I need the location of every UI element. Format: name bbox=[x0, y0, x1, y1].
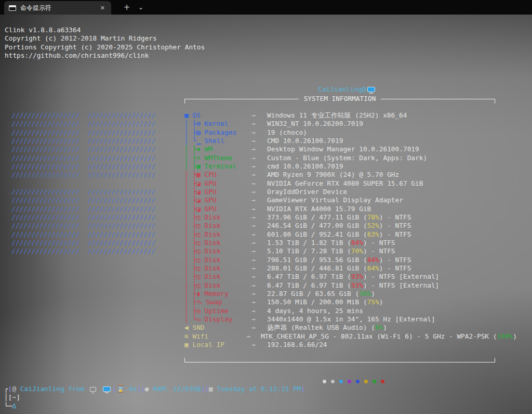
prompt-line-3: └─Δ bbox=[4, 402, 305, 410]
tree-prefix: │ ├ bbox=[184, 196, 196, 204]
disk-icon: ◫ bbox=[196, 281, 201, 289]
text-segment: 150.50 MiB / 200.00 MiB ( bbox=[267, 298, 367, 306]
arrow-icon: → bbox=[251, 196, 267, 204]
text-segment: ) bbox=[383, 324, 387, 331]
close-icon[interactable]: ✕ bbox=[99, 4, 107, 12]
label-text: Disk bbox=[201, 239, 221, 247]
sysinfo-label: │ ├∿ Swap bbox=[184, 298, 251, 306]
ascii-art-line: ///////////////// ///////////////// bbox=[11, 247, 155, 255]
sysinfo-row: │ ├◪ GPU→GameViewer Virtual Display Adap… bbox=[184, 196, 517, 204]
arrow-icon: → bbox=[251, 145, 267, 153]
ascii-art-line: ///////////////// ///////////////// bbox=[11, 120, 155, 128]
sysinfo-value: 扬声器 (Realtek USB Audio) (6%) bbox=[267, 324, 517, 332]
arrow-icon: → bbox=[251, 128, 267, 137]
shell-prompt[interactable]: ┌[@ CaiJianling from [⌛ 0s][● RAM: 22/63… bbox=[4, 385, 305, 410]
text-segment: 84% bbox=[367, 256, 379, 264]
sysinfo-label: ≋ Wifi bbox=[184, 332, 246, 341]
label-text: GPU bbox=[201, 205, 217, 213]
sysinfo-label: ▣ Local IP bbox=[184, 341, 251, 349]
sysinfo-label: │ ├◷ Uptime bbox=[184, 307, 251, 315]
clink-url[interactable]: https://github.com/chrisant996/clink bbox=[5, 51, 205, 60]
tree-prefix: │ ├ bbox=[184, 281, 196, 289]
text-segment: CMD 10.0.26100.7019 bbox=[267, 137, 343, 145]
text-segment: ⌛ bbox=[116, 385, 129, 393]
label-text: Memory bbox=[201, 290, 229, 297]
sysinfo-label: │ ├◫ Disk bbox=[184, 281, 251, 290]
label-text: SND bbox=[189, 324, 205, 331]
ascii-art-line: ///////////////// ///////////////// bbox=[11, 111, 155, 120]
terminal-tab[interactable]: 命令提示符 ✕ bbox=[4, 1, 111, 15]
sysinfo-label: │ ├◫ Disk bbox=[184, 230, 251, 239]
clink-copyright: Copyright (c) 2012-2018 Martin Ridgers bbox=[5, 34, 205, 43]
text-segment: Tuesday at 6:12:15 PM bbox=[217, 385, 301, 393]
sysinfo-label: │ ├▦ CPU bbox=[184, 171, 251, 179]
text-segment: 93% bbox=[351, 281, 363, 289]
uptime-icon: ◷ bbox=[196, 307, 201, 315]
terminal-screen[interactable]: Clink v1.8.8.a63364 Copyright (c) 2012-2… bbox=[0, 15, 532, 414]
sysinfo-value: 601.80 GiB / 952.41 GiB (63%) - NTFS bbox=[267, 230, 517, 239]
text-segment: ) bbox=[371, 290, 375, 297]
ascii-art-line: ///////////////// ///////////////// bbox=[11, 154, 155, 162]
label-text: GPU bbox=[201, 196, 217, 204]
os-icon: ■ bbox=[184, 111, 189, 119]
label-text: CPU bbox=[201, 171, 217, 178]
ascii-art-line: ///////////////// ///////////////// bbox=[11, 230, 155, 239]
tree-prefix: │ ├ bbox=[184, 239, 196, 247]
text-segment: └─ bbox=[4, 402, 12, 410]
sysinfo-value: AMD Ryzen 9 7900X (24) @ 5.70 GHz bbox=[267, 171, 517, 179]
sysinfo-value: 3440x1440 @ 1.5x in 34", 165 Hz [Externa… bbox=[267, 315, 517, 324]
terminal-icon: ▣ bbox=[196, 162, 201, 170]
sysinfo-value: 6.47 TiB / 6.97 TiB (93%) - NTFS [Extern… bbox=[267, 281, 517, 290]
sysinfo-label: │ ├◪ GPU bbox=[184, 179, 251, 188]
arrow-icon: → bbox=[251, 171, 267, 179]
sysinfo-row: ▣ Local IP→192.168.6.66/24 bbox=[184, 341, 517, 349]
text-segment: 6.47 TiB / 6.97 TiB ( bbox=[267, 273, 351, 280]
cpu-icon: ▦ bbox=[196, 171, 201, 178]
text-segment: 78% bbox=[367, 213, 379, 221]
sysinfo-value: 1.53 TiB / 1.82 TiB (84%) - NTFS bbox=[267, 239, 517, 247]
sysinfo-row: │ ├◫ Disk→288.01 GiB / 446.81 GiB (64%) … bbox=[184, 264, 517, 273]
sysinfo-value: WIN32_NT 10.0.26200.7019 bbox=[267, 120, 517, 128]
tree-prefix: │ ├ bbox=[184, 162, 196, 170]
text-segment: ] bbox=[16, 393, 20, 401]
sysinfo-value: MTK_CHEETAH_AP_5G - 802.11ax (Wi-Fi 6) -… bbox=[261, 332, 517, 341]
tree-prefix: │ ├ bbox=[184, 154, 196, 162]
sysinfo-value: 288.01 GiB / 446.81 GiB (64%) - NTFS bbox=[267, 264, 517, 273]
arrow-icon: → bbox=[251, 230, 267, 239]
chevron-down-icon[interactable]: ⌄ bbox=[135, 2, 147, 14]
text-segment: 63% bbox=[367, 230, 379, 238]
text-segment: WIN32_NT 10.0.26200.7019 bbox=[267, 120, 363, 127]
sysinfo-box-title: SYSTEM INFORMATION bbox=[299, 95, 381, 103]
new-tab-button[interactable]: + bbox=[121, 2, 133, 14]
sysinfo-value: Windows 11 专业工作站版 (25H2) x86_64 bbox=[267, 111, 517, 120]
text-segment: 6% bbox=[375, 324, 383, 331]
ascii-art-line: ///////////////// ///////////////// bbox=[11, 171, 155, 179]
sysinfo-label: │ ├◪ GPU bbox=[184, 205, 251, 213]
title-bar: 命令提示符 ✕ + ⌄ bbox=[0, 0, 532, 15]
monitor-icon bbox=[90, 387, 96, 392]
arrow-icon: → bbox=[251, 341, 267, 349]
text-segment: 75% bbox=[367, 298, 379, 306]
text-segment: 70% bbox=[351, 247, 363, 255]
shell-icon: ▁ bbox=[196, 137, 201, 145]
sysinfo-row: │ ├◫ Disk→246.54 GiB / 477.00 GiB (52%) … bbox=[184, 222, 517, 230]
arrow-icon: → bbox=[251, 324, 267, 332]
ascii-art-line: ///////////////// ///////////////// bbox=[11, 205, 155, 213]
sysinfo-value: GameViewer Virtual Display Adapter bbox=[267, 196, 517, 204]
sysinfo-row: │ ├⚙ Kernel→WIN32_NT 10.0.26200.7019 bbox=[184, 120, 517, 128]
text-segment: Δ bbox=[12, 402, 16, 410]
label-text: Disk bbox=[201, 247, 221, 255]
sysinfo-label: │ ├◫ Disk bbox=[184, 273, 251, 281]
sysinfo-value: 796.51 GiB / 953.56 GiB (84%) - NTFS bbox=[267, 256, 517, 264]
gpu-icon: ◪ bbox=[196, 205, 201, 213]
ascii-art-line: ///////////////// ///////////////// bbox=[11, 239, 155, 247]
text-segment: 0s bbox=[129, 385, 137, 393]
disk-icon: ◫ bbox=[196, 247, 201, 255]
text-segment: ) - NTFS bbox=[363, 247, 395, 255]
label-text: WM bbox=[201, 145, 212, 153]
label-text: Uptime bbox=[201, 307, 229, 315]
ascii-art-line: ///////////////// ///////////////// bbox=[11, 128, 155, 137]
wmtheme-icon: ✎ bbox=[196, 154, 201, 162]
arrow-icon: → bbox=[251, 111, 267, 120]
sysinfo-row: │ ├◷ Uptime→4 days, 4 hours, 25 mins bbox=[184, 307, 517, 315]
